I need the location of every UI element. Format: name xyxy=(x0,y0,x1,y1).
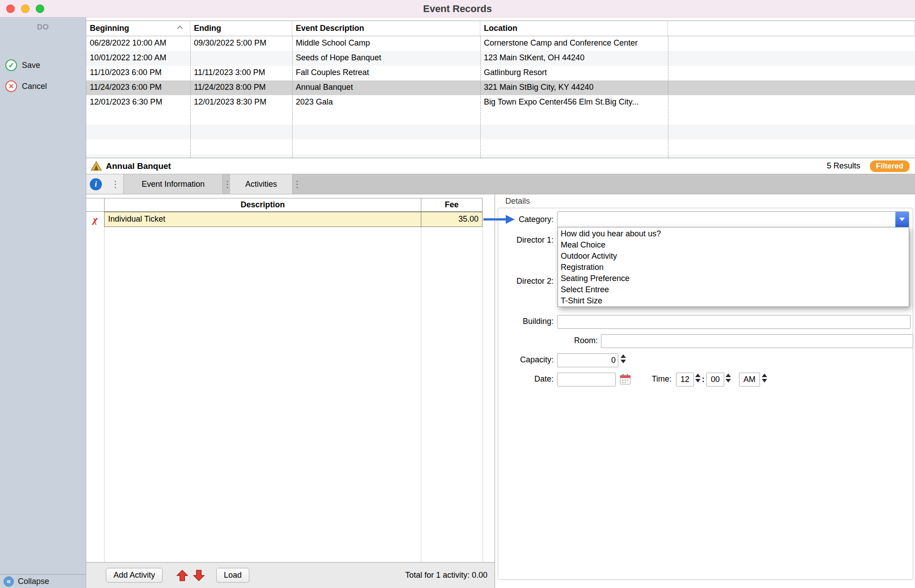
tab-menu-dots-icon[interactable]: ⋮ xyxy=(293,174,300,194)
director2-label: Director 2: xyxy=(495,277,554,286)
activities-total: Total for 1 activity: 0.00 xyxy=(405,571,487,580)
load-button[interactable]: Load xyxy=(216,568,249,583)
event-row-empty xyxy=(86,154,915,158)
column-divider xyxy=(104,227,105,562)
dropdown-option[interactable]: How did you hear about us? xyxy=(558,228,909,239)
ampm-stepper[interactable] xyxy=(762,374,767,382)
stepper-up-icon xyxy=(621,354,626,358)
capacity-input[interactable] xyxy=(557,353,618,367)
hour-stepper[interactable] xyxy=(695,374,701,382)
results-count: 5 Results xyxy=(827,161,860,171)
stepper-down-icon xyxy=(726,379,731,382)
collapse-button[interactable]: « Collapse xyxy=(0,574,86,588)
stepper-up-icon xyxy=(726,374,731,377)
column-header-event-description[interactable]: Event Description xyxy=(292,21,480,36)
cell-extra xyxy=(668,95,915,110)
activities-footer: Add Activity Load Total for 1 activity: … xyxy=(86,562,495,588)
activities-table-header: Description Fee xyxy=(86,198,483,212)
cancel-label: Cancel xyxy=(22,82,47,91)
segment-menu-dots-icon[interactable]: ⋮ xyxy=(111,174,120,194)
column-header-beginning[interactable]: Beginning xyxy=(86,21,190,36)
time-hour-input[interactable] xyxy=(676,373,694,386)
info-icon[interactable]: i xyxy=(90,178,102,190)
cell-beginning: 11/24/2023 6:00 PM xyxy=(86,80,190,95)
tab-label: Activities xyxy=(245,180,277,189)
cell-location: Big Town Expo Center456 Elm St.Big City.… xyxy=(480,95,668,110)
event-row-empty xyxy=(86,139,915,154)
cell-beginning: 06/28/2022 10:00 AM xyxy=(86,36,190,51)
building-label: Building: xyxy=(495,317,554,326)
collapse-chevron-icon: « xyxy=(4,576,14,587)
time-minute-input[interactable] xyxy=(706,373,724,386)
stepper-down-icon xyxy=(762,379,767,382)
tab-event-information[interactable]: Event Information xyxy=(124,174,223,194)
category-combobox[interactable] xyxy=(557,211,909,227)
column-divider xyxy=(421,227,421,562)
cell-ending xyxy=(190,51,292,66)
details-title: Details xyxy=(505,197,530,206)
dropdown-option[interactable]: Meal Choice xyxy=(558,239,909,251)
column-header-location[interactable]: Location xyxy=(480,21,668,36)
save-button[interactable]: ✓ Save xyxy=(5,59,40,72)
time-colon: : xyxy=(702,375,705,384)
event-row-selected[interactable]: 11/24/2023 6:00 PM 11/24/2023 8:00 PM An… xyxy=(86,80,915,95)
chevron-down-icon xyxy=(899,218,905,221)
column-header-extra xyxy=(668,21,915,36)
minute-stepper[interactable] xyxy=(726,374,731,382)
dropdown-option[interactable]: Registration xyxy=(558,262,909,273)
app-window: Event Records DO ✓ Save × Cancel « Colla… xyxy=(0,0,915,588)
cell-ending: 11/24/2023 8:00 PM xyxy=(190,80,292,95)
column-header-row-icon xyxy=(86,198,104,211)
activities-panel: Description Fee χ Individual Ticket 35.0… xyxy=(86,194,495,588)
cell-description: Seeds of Hope Banquet xyxy=(292,51,480,66)
filtered-badge[interactable]: Filtered xyxy=(870,160,910,172)
activity-description-cell[interactable]: Individual Ticket xyxy=(104,212,421,227)
tab-menu-dots-icon[interactable]: ⋮ xyxy=(223,174,230,194)
stepper-up-icon xyxy=(762,374,767,377)
cell-location: 321 Main StBig City, KY 44240 xyxy=(480,80,668,95)
capacity-label: Capacity: xyxy=(495,355,554,365)
row-icon-cell: χ xyxy=(86,212,104,227)
tab-bar-filler xyxy=(300,174,915,194)
room-input[interactable] xyxy=(601,334,913,348)
dropdown-option[interactable]: Select Entree xyxy=(558,284,909,295)
cancel-button[interactable]: × Cancel xyxy=(5,80,47,93)
column-header-fee[interactable]: Fee xyxy=(421,198,483,211)
sidebar-section-header: DO xyxy=(0,23,86,32)
cell-beginning: 12/01/2023 6:30 PM xyxy=(86,95,190,110)
cell-description: Middle School Camp xyxy=(292,36,480,51)
dropdown-button[interactable] xyxy=(895,212,909,227)
cell-location: Cornerstone Camp and Conference Center xyxy=(480,36,668,51)
add-activity-button[interactable]: Add Activity xyxy=(106,568,163,583)
cell-extra xyxy=(668,66,915,80)
column-header-ending[interactable]: Ending xyxy=(190,21,292,36)
category-label: Category: xyxy=(495,215,554,224)
move-up-icon[interactable] xyxy=(176,569,189,582)
tab-activities[interactable]: Activities xyxy=(230,174,293,194)
time-label: Time: xyxy=(627,374,672,384)
time-ampm-input[interactable] xyxy=(739,373,760,386)
cell-ending: 12/01/2023 8:30 PM xyxy=(190,95,292,110)
activity-fee-cell[interactable]: 35.00 xyxy=(421,212,483,227)
event-row-empty xyxy=(86,125,915,139)
building-input[interactable] xyxy=(557,315,911,329)
move-down-icon[interactable] xyxy=(193,569,205,582)
activity-row[interactable]: χ Individual Ticket 35.00 xyxy=(86,212,483,227)
dropdown-option[interactable]: Outdoor Activity xyxy=(558,251,909,262)
dropdown-option[interactable]: T-Shirt Size xyxy=(558,295,909,307)
event-row[interactable]: 06/28/2022 10:00 AM 09/30/2022 5:00 PM M… xyxy=(86,36,915,51)
cell-description: 2023 Gala xyxy=(292,95,480,110)
cell-description: Fall Couples Retreat xyxy=(292,66,480,80)
dropdown-option[interactable]: Seating Preference xyxy=(558,273,909,284)
stepper-down-icon xyxy=(695,379,701,382)
save-check-icon: ✓ xyxy=(5,59,17,71)
titlebar: Event Records xyxy=(0,0,915,17)
date-input[interactable] xyxy=(557,373,616,386)
delete-activity-icon[interactable]: χ xyxy=(93,214,97,225)
event-row[interactable]: 10/01/2022 12:00 AM Seeds of Hope Banque… xyxy=(86,51,915,66)
record-title: Annual Banquet xyxy=(106,161,171,171)
event-row[interactable]: 11/10/2023 6:00 PM 11/11/2023 3:00 PM Fa… xyxy=(86,66,915,80)
column-header-description[interactable]: Description xyxy=(104,198,421,211)
event-row[interactable]: 12/01/2023 6:30 PM 12/01/2023 8:30 PM 20… xyxy=(86,95,915,110)
capacity-stepper[interactable] xyxy=(621,354,626,363)
